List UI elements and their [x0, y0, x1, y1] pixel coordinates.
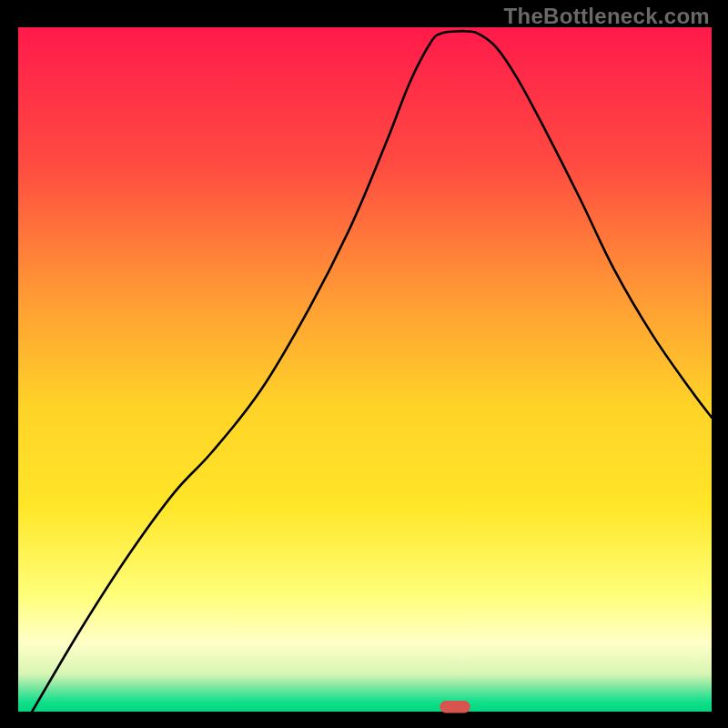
plot-background: [18, 27, 712, 712]
chart-svg: [0, 0, 728, 728]
minimum-marker: [440, 701, 470, 713]
chart-frame: TheBottleneck.com: [0, 0, 728, 728]
